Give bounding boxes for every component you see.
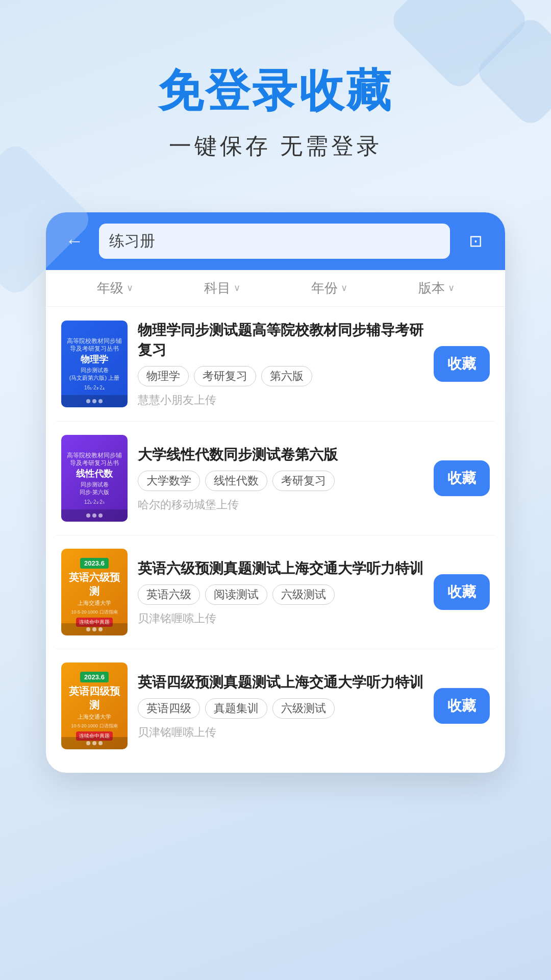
collect-button-label: 收藏 — [447, 582, 476, 602]
year-chevron-icon: ∨ — [341, 282, 347, 293]
book-cover-physics: 高等院校教材同步辅导及考研复习丛书 物理学 同步测试卷 (马文蔚第六版) 上册 … — [61, 321, 128, 407]
collect-button-label: 收藏 — [447, 696, 476, 716]
cover-bar — [61, 623, 128, 635]
tag[interactable]: 大学数学 — [138, 471, 200, 491]
book-cover-linear: 高等院校教材同步辅导及考研复习丛书 线性代数 同步测试卷 同步·第六版 12₁·… — [61, 435, 128, 522]
cover-dot — [92, 513, 96, 518]
cover-dot — [98, 399, 103, 403]
book-title: 英语六级预测真题测试上海交通大学听力特训 — [138, 558, 423, 578]
collect-button-label: 收藏 — [447, 469, 476, 488]
search-input[interactable]: 练习册 — [109, 231, 155, 252]
tag[interactable]: 阅读测试 — [205, 584, 267, 605]
tag[interactable]: 六级测试 — [272, 584, 335, 605]
book-title: 英语四级预测真题测试上海交通大学听力特训 — [138, 672, 423, 692]
book-uploader: 贝津铭喱嗦上传 — [138, 611, 423, 626]
grade-chevron-icon: ∨ — [127, 282, 133, 293]
subject-filter[interactable]: 科目 ∨ — [168, 279, 276, 297]
phone-card: ← 练习册 ⊡ 年级 ∨ 科目 ∨ 年份 ∨ 版本 ∨ — [46, 212, 505, 773]
grade-filter-label: 年级 — [97, 279, 123, 297]
cover-university: 上海交通大学 — [78, 599, 111, 607]
book-cover-eng4: 2023.6 英语四级预测 上海交通大学 10·5·20·1000 口语指南 连… — [61, 663, 128, 749]
cover-nums: 10·5·20·1000 口语指南 — [71, 723, 117, 729]
edition-chevron-icon: ∨ — [448, 282, 455, 293]
cover-nums: 10·5·20·1000 口语指南 — [71, 609, 117, 616]
grade-filter[interactable]: 年级 ∨ — [61, 279, 168, 297]
book-tags: 英语六级 阅读测试 六级测试 — [138, 584, 423, 605]
collect-button-label: 收藏 — [447, 354, 476, 374]
book-info: 英语六级预测真题测试上海交通大学听力特训 英语六级 阅读测试 六级测试 贝津铭喱… — [138, 558, 423, 626]
tag[interactable]: 线性代数 — [205, 471, 267, 491]
cover-dot — [98, 741, 103, 745]
cover-numbers: 16₁·2₃·2₄ — [84, 385, 105, 390]
cover-bar — [61, 395, 128, 407]
cover-bar-dots — [86, 627, 103, 631]
cover-numbers: 12₁·2₂·2₅ — [84, 499, 105, 505]
filter-bar: 年级 ∨ 科目 ∨ 年份 ∨ 版本 ∨ — [46, 270, 505, 307]
tag[interactable]: 英语四级 — [138, 698, 200, 719]
book-list: 高等院校教材同步辅导及考研复习丛书 物理学 同步测试卷 (马文蔚第六版) 上册 … — [46, 307, 505, 763]
book-title: 物理学同步测试题高等院校教材同步辅导考研复习 — [138, 320, 423, 360]
tag[interactable]: 六级测试 — [272, 698, 335, 719]
cover-dot — [92, 399, 96, 403]
year-filter[interactable]: 年份 ∨ — [276, 279, 383, 297]
book-info: 物理学同步测试题高等院校教材同步辅导考研复习 物理学 考研复习 第六版 慧慧小朋… — [138, 320, 423, 408]
book-cover-eng6: 2023.6 英语六级预测 上海交通大学 10·5·20·1000 口语指南 连… — [61, 549, 128, 635]
list-item: 2023.6 英语四级预测 上海交通大学 10·5·20·1000 口语指南 连… — [56, 649, 495, 763]
edition-filter[interactable]: 版本 ∨ — [383, 279, 490, 297]
book-uploader: 贝津铭喱嗦上传 — [138, 725, 423, 740]
cover-bar — [61, 509, 128, 522]
cover-university: 上海交通大学 — [78, 713, 111, 721]
tag[interactable]: 真题集训 — [205, 698, 267, 719]
collect-button-2[interactable]: 收藏 — [434, 460, 490, 496]
cover-sub-title: 同步测试卷 — [81, 481, 109, 488]
tag[interactable]: 物理学 — [138, 366, 189, 386]
book-uploader: 哈尔的移动城堡上传 — [138, 497, 423, 512]
cover-dot — [86, 399, 90, 403]
book-tags: 物理学 考研复习 第六版 — [138, 366, 423, 386]
list-item: 2023.6 英语六级预测 上海交通大学 10·5·20·1000 口语指南 连… — [56, 535, 495, 649]
cover-main-title: 线性代数 — [76, 469, 113, 480]
cover-stripe: 2023.6 — [80, 672, 109, 682]
cover-stripe: 2023.6 — [80, 558, 109, 569]
edition-filter-label: 版本 — [418, 279, 445, 297]
book-info: 大学线性代数同步测试卷第六版 大学数学 线性代数 考研复习 哈尔的移动城堡上传 — [138, 445, 423, 512]
list-item: 高等院校教材同步辅导及考研复习丛书 物理学 同步测试卷 (马文蔚第六版) 上册 … — [56, 307, 495, 422]
cover-bar-dots — [86, 513, 103, 518]
tag[interactable]: 英语六级 — [138, 584, 200, 605]
cover-eng-title: 英语六级预测 — [65, 571, 123, 598]
scan-icon: ⊡ — [469, 231, 483, 251]
search-bar: ← 练习册 ⊡ — [46, 212, 505, 270]
subject-chevron-icon: ∨ — [234, 282, 240, 293]
cover-sub-title: 同步测试卷 — [81, 366, 109, 374]
cover-dot — [86, 513, 90, 518]
book-uploader: 慧慧小朋友上传 — [138, 393, 423, 408]
book-tags: 英语四级 真题集训 六级测试 — [138, 698, 423, 719]
scan-button[interactable]: ⊡ — [460, 226, 491, 256]
book-info: 英语四级预测真题测试上海交通大学听力特训 英语四级 真题集训 六级测试 贝津铭喱… — [138, 672, 423, 740]
cover-dot — [86, 741, 90, 745]
search-input-wrap[interactable]: 练习册 — [99, 224, 450, 259]
collect-button-4[interactable]: 收藏 — [434, 688, 490, 724]
book-tags: 大学数学 线性代数 考研复习 — [138, 471, 423, 491]
cover-edition: 同步·第六版 — [80, 488, 109, 496]
tag[interactable]: 考研复习 — [194, 366, 256, 386]
tag[interactable]: 第六版 — [261, 366, 312, 386]
year-filter-label: 年份 — [311, 279, 338, 297]
cover-bar — [61, 737, 128, 749]
cover-dot — [98, 513, 103, 518]
book-title: 大学线性代数同步测试卷第六版 — [138, 445, 423, 464]
cover-label-top: 高等院校教材同步辅导及考研复习丛书 — [65, 452, 123, 467]
cover-eng-title: 英语四级预测 — [65, 684, 123, 712]
cover-dot — [98, 627, 103, 631]
collect-button-3[interactable]: 收藏 — [434, 574, 490, 610]
cover-bar-dots — [86, 399, 103, 403]
cover-edition: (马文蔚第六版) 上册 — [69, 374, 119, 382]
tag[interactable]: 考研复习 — [272, 471, 335, 491]
cover-dot — [92, 741, 96, 745]
hero-subtitle: 一键保存 无需登录 — [0, 131, 551, 161]
cover-dot — [86, 627, 90, 631]
list-item: 高等院校教材同步辅导及考研复习丛书 线性代数 同步测试卷 同步·第六版 12₁·… — [56, 422, 495, 535]
collect-button-1[interactable]: 收藏 — [434, 346, 490, 382]
cover-label-top: 高等院校教材同步辅导及考研复习丛书 — [65, 337, 123, 352]
cover-dot — [92, 627, 96, 631]
